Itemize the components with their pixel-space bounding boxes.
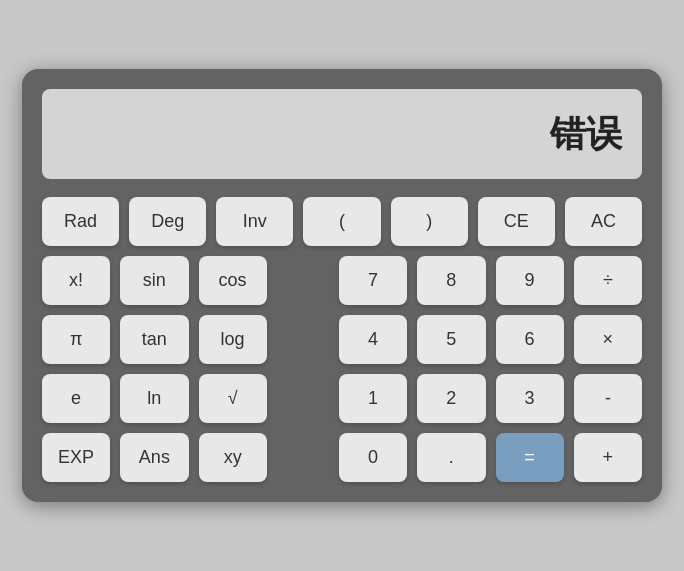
equals-button[interactable]: = [496, 433, 564, 482]
button-area: RadDegInv()CEACx!sincos789÷πtanlog456×el… [42, 197, 642, 482]
row-sci3: eln√123- [42, 374, 642, 423]
exp-button[interactable]: EXP [42, 433, 110, 482]
xy-button[interactable]: xy [199, 433, 267, 482]
display: 错误 [42, 89, 642, 179]
seven-button[interactable]: 7 [339, 256, 407, 305]
six-button[interactable]: 6 [496, 315, 564, 364]
add-button[interactable]: + [574, 433, 642, 482]
ce-button[interactable]: CE [478, 197, 555, 246]
cos-button[interactable]: cos [199, 256, 267, 305]
nine-button[interactable]: 9 [496, 256, 564, 305]
rad-button[interactable]: Rad [42, 197, 119, 246]
five-button[interactable]: 5 [417, 315, 485, 364]
sin-button[interactable]: sin [120, 256, 188, 305]
close-paren-button[interactable]: ) [391, 197, 468, 246]
factorial-button[interactable]: x! [42, 256, 110, 305]
eight-button[interactable]: 8 [417, 256, 485, 305]
log-button[interactable]: log [199, 315, 267, 364]
row-sci1: x!sincos789÷ [42, 256, 642, 305]
pi-button[interactable]: π [42, 315, 110, 364]
display-value: 错误 [550, 110, 622, 159]
four-button[interactable]: 4 [339, 315, 407, 364]
row-mode: RadDegInv()CEAC [42, 197, 642, 246]
row-sci4: EXPAnsxy0.=+ [42, 433, 642, 482]
multiply-button[interactable]: × [574, 315, 642, 364]
zero-button[interactable]: 0 [339, 433, 407, 482]
sqrt-button[interactable]: √ [199, 374, 267, 423]
tan-button[interactable]: tan [120, 315, 188, 364]
ans-button[interactable]: Ans [120, 433, 188, 482]
calculator: 错误 RadDegInv()CEACx!sincos789÷πtanlog456… [22, 69, 662, 502]
deg-button[interactable]: Deg [129, 197, 206, 246]
open-paren-button[interactable]: ( [303, 197, 380, 246]
three-button[interactable]: 3 [496, 374, 564, 423]
euler-button[interactable]: e [42, 374, 110, 423]
subtract-button[interactable]: - [574, 374, 642, 423]
one-button[interactable]: 1 [339, 374, 407, 423]
decimal-button[interactable]: . [417, 433, 485, 482]
inv-button[interactable]: Inv [216, 197, 293, 246]
ac-button[interactable]: AC [565, 197, 642, 246]
divide-button[interactable]: ÷ [574, 256, 642, 305]
ln-button[interactable]: ln [120, 374, 188, 423]
row-sci2: πtanlog456× [42, 315, 642, 364]
two-button[interactable]: 2 [417, 374, 485, 423]
